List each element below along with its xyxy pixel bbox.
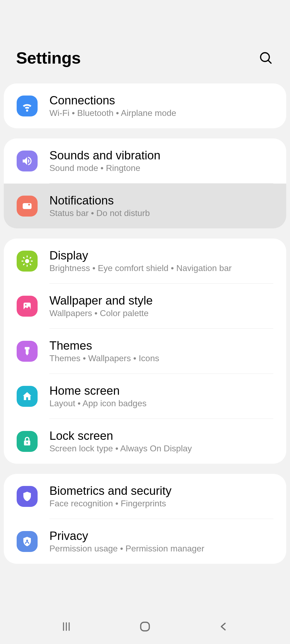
back-icon [218,621,229,632]
svg-line-12 [30,257,31,258]
settings-item-connections[interactable]: ConnectionsWi-Fi • Bluetooth • Airplane … [4,83,286,128]
settings-group: DisplayBrightness • Eye comfort shield •… [4,239,286,464]
recent-apps-button[interactable] [58,619,74,635]
settings-group: ConnectionsWi-Fi • Bluetooth • Airplane … [4,83,286,128]
page-title: Settings [16,48,81,67]
wallpaper-icon [17,296,38,317]
svg-line-11 [23,264,24,265]
svg-line-1 [268,60,271,63]
settings-item-themes[interactable]: ThemesThemes • Wallpapers • Icons [4,329,286,374]
settings-item-title: Home screen [49,384,273,397]
connections-icon [17,96,38,116]
settings-item-biometrics[interactable]: Biometrics and securityFace recognition … [4,474,286,519]
back-button[interactable] [216,619,232,635]
settings-item-subtitle: Face recognition • Fingerprints [49,499,273,508]
svg-rect-17 [27,443,27,444]
settings-group: Sounds and vibrationSound mode • Rington… [4,138,286,228]
settings-item-text: PrivacyPermission usage • Permission man… [49,529,273,554]
nav-bar [0,609,290,644]
settings-item-notifications[interactable]: NotificationsStatus bar • Do not disturb [4,184,286,228]
svg-point-3 [28,204,30,206]
header: Settings [0,0,290,83]
settings-item-text: DisplayBrightness • Eye comfort shield •… [49,249,273,273]
home-nav-icon [139,620,151,633]
settings-item-text: Wallpaper and styleWallpapers • Color pa… [49,294,273,318]
settings-item-display[interactable]: DisplayBrightness • Eye comfort shield •… [4,239,286,283]
settings-item-text: NotificationsStatus bar • Do not disturb [49,194,273,218]
settings-item-text: Lock screenScreen lock type • Always On … [49,429,273,453]
settings-item-homescreen[interactable]: Home screenLayout • App icon badges [4,374,286,419]
biometrics-icon [17,486,38,507]
settings-item-subtitle: Status bar • Do not disturb [49,208,273,218]
settings-item-subtitle: Wallpapers • Color palette [49,308,273,318]
settings-item-privacy[interactable]: PrivacyPermission usage • Permission man… [4,519,286,564]
settings-item-title: Connections [49,94,273,107]
svg-line-9 [23,257,24,258]
settings-item-subtitle: Layout • App icon badges [49,398,273,408]
settings-item-wallpaper[interactable]: Wallpaper and styleWallpapers • Color pa… [4,284,286,328]
settings-item-subtitle: Sound mode • Ringtone [49,163,273,173]
settings-item-title: Notifications [49,194,273,207]
settings-item-text: Biometrics and securityFace recognition … [49,484,273,508]
settings-item-text: ConnectionsWi-Fi • Bluetooth • Airplane … [49,94,273,118]
settings-item-subtitle: Screen lock type • Always On Display [49,444,273,453]
settings-item-text: Home screenLayout • App icon badges [49,384,273,408]
lockscreen-icon [17,431,38,452]
svg-point-14 [25,304,26,305]
settings-item-subtitle: Themes • Wallpapers • Icons [49,353,273,363]
settings-group: Biometrics and securityFace recognition … [4,474,286,564]
settings-item-title: Biometrics and security [49,484,273,497]
home-button[interactable] [137,619,153,635]
svg-line-10 [30,264,31,265]
settings-item-subtitle: Brightness • Eye comfort shield • Naviga… [49,263,273,273]
settings-item-lockscreen[interactable]: Lock screenScreen lock type • Always On … [4,419,286,464]
settings-item-subtitle: Permission usage • Permission manager [49,544,273,554]
settings-item-text: ThemesThemes • Wallpapers • Icons [49,339,273,363]
settings-item-subtitle: Wi-Fi • Bluetooth • Airplane mode [49,108,273,118]
settings-item-title: Sounds and vibration [49,149,273,162]
settings-item-title: Themes [49,339,273,352]
notifications-icon [17,196,38,217]
svg-point-4 [25,259,29,263]
settings-item-title: Privacy [49,529,273,543]
svg-rect-22 [141,622,149,631]
homescreen-icon [17,386,38,407]
svg-point-18 [26,540,28,541]
settings-item-title: Display [49,249,273,262]
privacy-icon [17,531,38,552]
themes-icon [17,341,38,362]
settings-item-text: Sounds and vibrationSound mode • Rington… [49,149,273,173]
display-icon [17,251,38,272]
recent-apps-icon [61,621,72,632]
svg-rect-2 [23,203,32,209]
settings-item-title: Wallpaper and style [49,294,273,307]
sounds-icon [17,151,38,171]
search-button[interactable] [258,50,274,66]
settings-item-title: Lock screen [49,429,273,442]
settings-item-sounds[interactable]: Sounds and vibrationSound mode • Rington… [4,138,286,183]
search-icon [259,51,273,65]
